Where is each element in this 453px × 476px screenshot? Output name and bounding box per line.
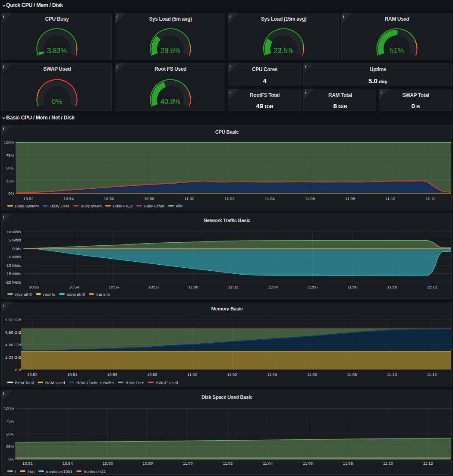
svg-text:11:06: 11:06 — [307, 372, 317, 377]
svg-text:25%: 25% — [6, 444, 15, 449]
svg-text:11:04: 11:04 — [267, 372, 277, 377]
svg-text:10:54: 10:54 — [69, 285, 79, 289]
svg-text:11:00: 11:00 — [187, 372, 197, 377]
svg-text:11:10: 11:10 — [385, 196, 395, 201]
svg-text:11:04: 11:04 — [263, 461, 273, 466]
svg-text:11:00: 11:00 — [183, 461, 193, 466]
svg-text:10:58: 10:58 — [143, 461, 153, 466]
svg-text:-10 Mb/s: -10 Mb/s — [5, 263, 21, 268]
svg-text:11:08: 11:08 — [347, 285, 357, 289]
svg-text:5 Mb/s: 5 Mb/s — [9, 238, 21, 242]
svg-text:11:12: 11:12 — [425, 196, 435, 201]
svg-text:75%: 75% — [6, 419, 15, 423]
svg-text:50%: 50% — [6, 166, 15, 170]
svg-text:-5 Mb/s: -5 Mb/s — [7, 254, 21, 259]
svg-text:10:52: 10:52 — [27, 372, 38, 377]
svg-text:11:00: 11:00 — [189, 285, 198, 289]
svg-text:6.98 GiB: 6.98 GiB — [5, 330, 21, 335]
svg-text:75%: 75% — [6, 153, 15, 158]
svg-text:10:54: 10:54 — [63, 196, 74, 201]
svg-text:11:08: 11:08 — [343, 461, 353, 466]
svg-text:11:10: 11:10 — [387, 372, 397, 377]
svg-text:10:52: 10:52 — [22, 461, 33, 466]
svg-text:11:02: 11:02 — [224, 196, 234, 201]
svg-text:11:12: 11:12 — [427, 372, 437, 377]
svg-text:11:10: 11:10 — [383, 461, 393, 466]
svg-text:9.31 GiB: 9.31 GiB — [5, 317, 21, 322]
svg-text:11:00: 11:00 — [184, 196, 194, 201]
svg-text:100%: 100% — [4, 140, 15, 145]
svg-text:11:12: 11:12 — [423, 461, 433, 466]
svg-text:50%: 50% — [6, 432, 15, 436]
svg-text:0 B: 0 B — [15, 367, 21, 372]
svg-text:10 Mb/s: 10 Mb/s — [6, 229, 21, 234]
svg-text:2.33 GiB: 2.33 GiB — [5, 355, 21, 360]
svg-text:10:56: 10:56 — [107, 372, 117, 377]
svg-text:11:06: 11:06 — [303, 461, 313, 466]
svg-text:4.66 GiB: 4.66 GiB — [5, 342, 21, 347]
svg-text:0%: 0% — [8, 457, 14, 461]
svg-text:10:52: 10:52 — [29, 285, 39, 289]
svg-text:11:02: 11:02 — [227, 372, 237, 377]
svg-text:11:12: 11:12 — [427, 285, 437, 289]
svg-text:10:54: 10:54 — [63, 461, 73, 466]
svg-text:10:58: 10:58 — [144, 196, 154, 201]
svg-text:10:56: 10:56 — [109, 285, 119, 289]
svg-text:11:02: 11:02 — [228, 285, 238, 289]
svg-text:11:04: 11:04 — [268, 285, 278, 289]
svg-text:11:02: 11:02 — [223, 461, 233, 466]
svg-text:0%: 0% — [8, 191, 14, 196]
svg-text:11:08: 11:08 — [347, 372, 357, 377]
svg-text:10:56: 10:56 — [104, 196, 114, 201]
svg-text:11:10: 11:10 — [387, 285, 397, 289]
svg-text:10:54: 10:54 — [67, 372, 78, 377]
svg-text:10:52: 10:52 — [23, 196, 34, 201]
svg-text:-15 Mb/s: -15 Mb/s — [5, 271, 21, 276]
svg-text:11:08: 11:08 — [345, 196, 355, 201]
svg-text:10:58: 10:58 — [148, 285, 159, 289]
svg-text:11:06: 11:06 — [308, 285, 318, 289]
svg-text:100%: 100% — [4, 406, 15, 411]
svg-text:10:58: 10:58 — [147, 372, 157, 377]
svg-text:0 b/s: 0 b/s — [12, 246, 21, 251]
svg-text:11:04: 11:04 — [265, 196, 275, 201]
svg-text:11:06: 11:06 — [305, 196, 315, 201]
svg-text:10:56: 10:56 — [103, 461, 113, 466]
svg-text:25%: 25% — [6, 178, 15, 183]
svg-text:-20 Mb/s: -20 Mb/s — [5, 280, 21, 285]
